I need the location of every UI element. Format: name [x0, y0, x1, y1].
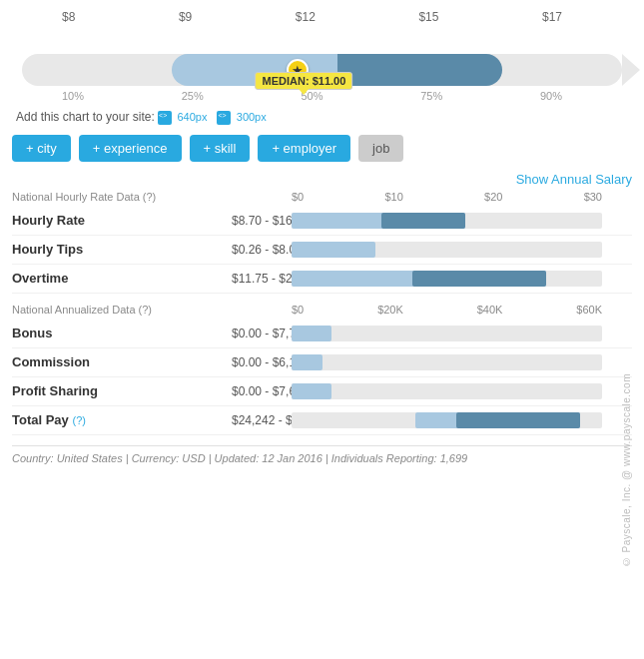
a-axis-40k: $40K [477, 304, 503, 316]
embed-icon-640 [158, 111, 172, 125]
embed-icon-300 [217, 111, 231, 125]
job-button[interactable]: job [358, 135, 403, 162]
annual-header-label: National Annualized Data (?) [12, 304, 232, 316]
table-row: Hourly Rate $8.70 - $16.81 [12, 207, 632, 236]
a-axis-0: $0 [292, 304, 304, 316]
a-axis-20k: $20K [377, 304, 403, 316]
bar-bg [292, 354, 602, 370]
profit-sharing-value: $0.00 - $7,654 [232, 384, 292, 398]
hourly-rate-bar [292, 213, 602, 229]
percentile-bar-wrapper: MEDIAN: $11.00 ★ [22, 54, 622, 86]
main-container: $8 $9 $12 $15 $17 MEDIAN: $11.00 ★ 10% 2… [0, 0, 644, 474]
hourly-section: National Hourly Rate Data (?) $0 $10 $20… [12, 191, 632, 294]
hourly-rate-value: $8.70 - $16.81 [232, 214, 292, 228]
axis-top: $8 $9 $12 $15 $17 [22, 10, 622, 24]
axis-bottom-90: 90% [540, 90, 562, 102]
hourly-tips-label: Hourly Tips [12, 242, 232, 257]
overtime-value: $11.75 - $24.58 [232, 272, 292, 286]
percentile-bar-dark [337, 54, 502, 86]
bar-fill-light [292, 354, 322, 370]
embed-link-640[interactable]: 640px [177, 111, 207, 123]
filter-buttons-row: + city + experience + skill + employer j… [12, 135, 632, 162]
axis-top-12: $12 [296, 10, 316, 24]
skill-button[interactable]: + skill [190, 135, 251, 162]
axis-bottom-25: 25% [182, 90, 204, 102]
h-axis-30: $30 [584, 191, 602, 203]
hourly-tips-bar [292, 242, 602, 258]
total-pay-help[interactable]: (?) [72, 414, 85, 426]
h-axis-10: $10 [384, 191, 402, 203]
annual-header: National Annualized Data (?) $0 $20K $40… [12, 304, 632, 316]
percentile-chart: $8 $9 $12 $15 $17 MEDIAN: $11.00 ★ 10% 2… [12, 10, 632, 102]
employer-button[interactable]: + employer [258, 135, 350, 162]
table-row: Overtime $11.75 - $24.58 [12, 265, 632, 294]
axis-top-9: $9 [179, 10, 192, 24]
axis-top-17: $17 [542, 10, 562, 24]
experience-button[interactable]: + experience [79, 135, 182, 162]
total-pay-label: Total Pay (?) [12, 412, 232, 427]
bar-fill-dark [412, 271, 546, 287]
total-pay-bar [292, 412, 602, 428]
bonus-value: $0.00 - $7,780 [232, 327, 292, 340]
a-axis-60k: $60K [576, 304, 602, 316]
hourly-axis: $0 $10 $20 $30 [292, 191, 602, 203]
profit-sharing-bar [292, 383, 602, 399]
bar-fill-dark [456, 412, 580, 428]
bar-fill-light [292, 242, 375, 258]
axis-bottom: 10% 25% 50% 75% 90% [22, 90, 622, 102]
bar-fill-dark [381, 213, 465, 229]
total-pay-value: $24,242 - $55,772 [232, 413, 292, 427]
commission-label: Commission [12, 354, 232, 369]
table-row: Profit Sharing $0.00 - $7,654 [12, 377, 632, 406]
data-section: © Payscale, Inc. @ www.payscale.com Nati… [12, 191, 632, 464]
show-annual-salary[interactable]: Show Annual Salary [12, 172, 632, 187]
commission-value: $0.00 - $6,123 [232, 355, 292, 369]
embed-section: Add this chart to your site: 640px 300px [16, 110, 632, 125]
profit-sharing-label: Profit Sharing [12, 383, 232, 398]
axis-top-8: $8 [62, 10, 75, 24]
bar-bg [292, 326, 602, 341]
bar-fill-light [292, 383, 331, 399]
embed-text: Add this chart to your site: [16, 110, 155, 124]
bonus-bar [292, 326, 602, 341]
axis-top-15: $15 [418, 10, 438, 24]
axis-bottom-10: 10% [62, 90, 84, 102]
table-row: Total Pay (?) $24,242 - $55,772 [12, 406, 632, 435]
overtime-bar [292, 271, 602, 287]
hourly-rate-label: Hourly Rate [12, 213, 232, 228]
table-row: Hourly Tips $0.26 - $8.08 [12, 236, 632, 265]
overtime-label: Overtime [12, 271, 232, 286]
watermark: © Payscale, Inc. @ www.payscale.com [621, 373, 632, 567]
annual-axis: $0 $20K $40K $60K [292, 304, 602, 316]
bar-bg [292, 383, 602, 399]
table-row: Bonus $0.00 - $7,780 [12, 320, 632, 348]
commission-bar [292, 354, 602, 370]
bonus-label: Bonus [12, 326, 232, 340]
chart-arrow [622, 54, 640, 86]
annual-section: National Annualized Data (?) $0 $20K $40… [12, 304, 632, 435]
hourly-header-label: National Hourly Rate Data (?) [12, 191, 232, 203]
h-axis-0: $0 [292, 191, 304, 203]
h-axis-20: $20 [484, 191, 502, 203]
table-row: Commission $0.00 - $6,123 [12, 348, 632, 377]
bar-fill-light [292, 326, 331, 341]
city-button[interactable]: + city [12, 135, 71, 162]
embed-link-300[interactable]: 300px [237, 111, 267, 123]
median-callout: MEDIAN: $11.00 [256, 72, 353, 90]
footer: Country: United States | Currency: USD |… [12, 445, 632, 464]
hourly-tips-value: $0.26 - $8.08 [232, 243, 292, 257]
hourly-header: National Hourly Rate Data (?) $0 $10 $20… [12, 191, 632, 203]
axis-bottom-75: 75% [420, 90, 442, 102]
